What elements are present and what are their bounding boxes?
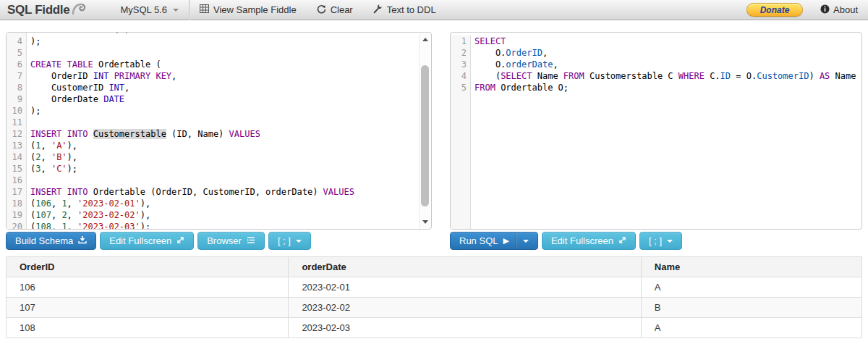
- browser-button[interactable]: Browser: [197, 232, 265, 250]
- schema-edit-fullscreen-button[interactable]: Edit Fullscreen: [100, 232, 194, 250]
- table-grid-icon: [200, 4, 209, 15]
- line-number: 5: [9, 47, 22, 59]
- line-number: 20: [9, 221, 22, 229]
- line-number: 4: [453, 70, 467, 82]
- text-to-ddl-button[interactable]: Text to DDL: [363, 0, 446, 20]
- topbar-right: Donate About: [746, 3, 861, 17]
- line-number: 13: [9, 140, 22, 151]
- query-statement-terminator-dropdown[interactable]: [ ; ]: [639, 232, 682, 250]
- scroll-up-arrow-icon[interactable]: [422, 38, 428, 41]
- result-cell: 106: [7, 277, 289, 298]
- line-number: 4: [9, 35, 22, 47]
- schema-browser-icon: [247, 235, 255, 246]
- code-line: );: [30, 35, 354, 47]
- query-edit-fullscreen-button[interactable]: Edit Fullscreen: [542, 232, 636, 250]
- refresh-icon: [317, 4, 326, 16]
- table-row: 1082023-02-03A: [7, 318, 862, 338]
- edit-fullscreen-label: Edit Fullscreen: [551, 235, 613, 246]
- code-line: (SELECT Name FROM Customerstable C WHERE…: [475, 70, 861, 82]
- download-icon: [78, 235, 87, 246]
- code-line: SELECT: [475, 35, 861, 47]
- code-line: CustomerID INT,: [30, 82, 354, 93]
- code-line: OrderDate DATE: [30, 93, 354, 105]
- db-version-dropdown[interactable]: MySQL 5.6: [110, 0, 189, 20]
- fullscreen-arrow-icon: [618, 235, 626, 246]
- app-logo[interactable]: SQL Fiddle: [7, 1, 87, 19]
- caret-down-icon: [296, 240, 302, 243]
- line-number: 15: [9, 163, 22, 175]
- chevron-down-icon: [173, 9, 179, 12]
- code-line: CREATE TABLE Ordertable (: [30, 59, 354, 70]
- result-cell: 108: [7, 318, 289, 338]
- code-line: O.OrderID,: [475, 47, 861, 59]
- line-number: 1: [453, 35, 467, 47]
- schema-line-numbers: 4567891011121314151617181920: [7, 33, 27, 229]
- results-table: OrderIDorderDateName 1062023-02-01A10720…: [6, 256, 862, 338]
- line-number: 3: [453, 59, 467, 70]
- scroll-down-arrow-icon[interactable]: [422, 220, 428, 224]
- column-header: Name: [641, 257, 861, 277]
- run-sql-button[interactable]: Run SQL ▶: [450, 232, 538, 250]
- line-number: 6: [9, 59, 22, 70]
- terminator-label: [ ; ]: [278, 235, 291, 246]
- browser-label: Browser: [207, 235, 242, 246]
- view-sample-fiddle-label: View Sample Fiddle: [213, 4, 297, 15]
- split-button-divider: [516, 232, 516, 249]
- result-cell: 107: [7, 298, 289, 318]
- line-number: 8: [9, 82, 22, 93]
- about-label: About: [833, 4, 858, 15]
- caret-down-icon: [667, 240, 673, 243]
- schema-statement-terminator-dropdown[interactable]: [ ; ]: [268, 232, 311, 250]
- line-number: 12: [9, 128, 22, 140]
- db-version-label: MySQL 5.6: [120, 4, 167, 15]
- code-line: INSERT INTO Customerstable (ID, Name) VA…: [30, 128, 354, 140]
- terminator-label: [ ; ]: [649, 235, 662, 246]
- code-line: INSERT INTO Ordertable (OrderID, Custome…: [30, 186, 354, 198]
- build-schema-label: Build Schema: [15, 235, 73, 246]
- code-line: [30, 47, 354, 59]
- code-line: (107, 2, '2023-02-02'),: [30, 209, 354, 221]
- result-cell: A: [641, 277, 861, 298]
- results-header-row: OrderIDorderDateName: [7, 257, 862, 277]
- run-options-caret-icon[interactable]: [523, 240, 529, 243]
- fiddlehead-logo-icon: [71, 1, 87, 19]
- query-line-numbers: 12345: [451, 35, 471, 229]
- clear-label: Clear: [331, 4, 353, 15]
- query-code-area[interactable]: SELECT O.OrderID, O.orderDate, (SELECT N…: [471, 35, 861, 229]
- query-results: OrderIDorderDateName 1062023-02-01A10720…: [6, 256, 862, 338]
- app-title: SQL Fiddle: [7, 3, 69, 17]
- line-number: 17: [9, 186, 22, 198]
- code-line: (2, 'B'),: [30, 151, 354, 163]
- column-header: orderDate: [289, 257, 641, 277]
- fullscreen-arrow-icon: [176, 235, 184, 246]
- clear-button[interactable]: Clear: [307, 0, 363, 20]
- result-cell: 2023-02-03: [289, 318, 641, 338]
- result-cell: 2023-02-01: [289, 277, 641, 298]
- result-cell: A: [641, 318, 861, 338]
- code-line: FROM Ordertable O;: [475, 82, 861, 93]
- code-line: [30, 117, 354, 128]
- view-sample-fiddle-button[interactable]: View Sample Fiddle: [190, 0, 307, 20]
- about-button[interactable]: About: [820, 4, 858, 16]
- code-line: (3, 'C');: [30, 163, 354, 175]
- build-schema-button[interactable]: Build Schema: [6, 232, 96, 250]
- donate-button[interactable]: Donate: [746, 3, 803, 17]
- schema-editor-panel[interactable]: 4567891011121314151617181920 Name VARCHA…: [6, 32, 432, 230]
- top-menu: MySQL 5.6 View Sample Fiddle: [110, 0, 446, 20]
- schema-code-area[interactable]: Name VARCHAR(1)); CREATE TABLE Ordertabl…: [27, 33, 354, 229]
- line-number: 14: [9, 151, 22, 163]
- scrollbar-thumb[interactable]: [421, 65, 429, 206]
- donate-label: Donate: [760, 5, 790, 15]
- query-toolbar: Run SQL ▶ Edit Fullscreen [ ; ]: [450, 232, 682, 250]
- schema-toolbar: Build Schema Edit Fullscreen Browser: [6, 232, 311, 250]
- table-row: 1062023-02-01A: [7, 277, 862, 298]
- play-icon: ▶: [503, 236, 509, 246]
- schema-scrollbar[interactable]: [419, 33, 430, 228]
- line-number: 7: [9, 70, 22, 82]
- code-line: (106, 1, '2023-02-01'),: [30, 198, 354, 209]
- line-number: 2: [453, 47, 467, 59]
- top-navigation-bar: SQL Fiddle MySQL 5.6 Vie: [0, 0, 868, 20]
- query-editor-panel[interactable]: 12345 SELECT O.OrderID, O.orderDate, (SE…: [450, 32, 862, 230]
- code-line: );: [30, 105, 354, 117]
- run-sql-label: Run SQL: [459, 235, 498, 246]
